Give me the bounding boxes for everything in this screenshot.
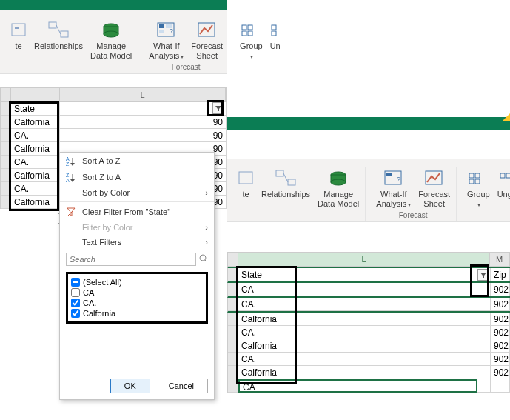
forecast-sheet-button[interactable]: Forecast Sheet (188, 19, 226, 61)
whatif-button[interactable]: ? What-If Analysis▾ (146, 19, 187, 61)
row-header[interactable] (1, 196, 11, 209)
row-header-r[interactable] (228, 298, 238, 311)
cell-state[interactable]: CA. (11, 129, 60, 142)
text-filters-label: Text Filters (82, 238, 121, 247)
ribbon-right: te Relationships Manage Data Model (227, 159, 510, 222)
row-header-r[interactable] (228, 366, 238, 379)
row-header[interactable] (1, 156, 11, 169)
ribbon-left: te Relationships Manage Data Model (0, 10, 227, 74)
ungroup-button-r[interactable]: Ungro (494, 167, 510, 210)
svg-rect-35 (288, 179, 295, 185)
forecast-icon (423, 169, 446, 188)
select-all-label[interactable]: (Select All) (83, 278, 122, 287)
svg-marker-20 (215, 106, 221, 111)
sort-color-item[interactable]: Sort by Color › (60, 185, 214, 200)
cancel-button[interactable]: Cancel (155, 379, 208, 393)
row-header[interactable] (1, 169, 11, 182)
relationships-button[interactable]: Relationships (31, 19, 86, 61)
cell-filter-btn-r[interactable] (477, 268, 491, 281)
col-l-header-r[interactable]: L (238, 253, 490, 266)
row-header[interactable] (1, 102, 11, 116)
cell-state-r[interactable]: CA. (238, 326, 477, 339)
filter-value-checkbox[interactable] (71, 309, 80, 318)
cell-L-header[interactable] (60, 102, 227, 116)
ok-button[interactable]: OK (110, 379, 150, 393)
row-header-r[interactable] (228, 326, 238, 339)
cell-zip[interactable]: 902 (491, 298, 510, 311)
text-filters-item[interactable]: Text Filters › (60, 235, 214, 250)
col-m-header-r[interactable]: M (490, 253, 509, 266)
cell-state-r[interactable]: Calfornia (238, 366, 477, 379)
cell-state[interactable]: Calfornia (11, 196, 60, 209)
filter-value-checkbox[interactable] (71, 288, 80, 297)
cell-state-r[interactable]: Calfornia (238, 313, 477, 326)
filter-value-label[interactable]: CA (83, 288, 94, 297)
cell-zip[interactable]: 9024 (491, 339, 510, 353)
cell-zip-header-r[interactable]: Zip (491, 268, 510, 281)
select-all-checkbox[interactable] (71, 278, 80, 287)
cell-state-header-r[interactable]: State (238, 268, 477, 281)
filter-icon (480, 271, 487, 279)
svg-rect-17 (248, 31, 252, 36)
row-header-r[interactable] (228, 268, 238, 281)
row-header-r[interactable] (228, 313, 238, 326)
relationships-button-r[interactable]: Relationships (258, 167, 313, 210)
filter-color-item: Filter by Color › (60, 220, 214, 235)
ribbon-cut-left-button-r[interactable]: te (235, 167, 257, 210)
cell-state[interactable]: Calfornia (11, 169, 60, 182)
forecast-sheet-button-r[interactable]: Forecast Sheet (415, 167, 453, 210)
cell-state-header[interactable]: State (11, 102, 60, 116)
relationships-icon (47, 21, 70, 40)
ungroup-icon (270, 21, 281, 40)
rowhdr-blank (1, 88, 11, 101)
cell-right-peek[interactable]: 90 (60, 129, 227, 142)
cell-gap (477, 339, 491, 353)
cell-zip[interactable]: 9024 (491, 313, 510, 326)
row-header[interactable] (1, 116, 11, 129)
filter-value-label[interactable]: Calfornia (83, 309, 115, 318)
row-header-r[interactable] (228, 339, 238, 353)
filter-value-label[interactable]: CA. (83, 299, 96, 307)
cell-state[interactable]: CA. (11, 182, 60, 196)
col-k-header[interactable] (11, 88, 60, 101)
manage-data-model-button-r[interactable]: Manage Data Model (315, 167, 362, 210)
sort-asc-item[interactable]: AZ Sort A to Z (60, 153, 214, 169)
filter-dropdown-button-r[interactable] (477, 269, 489, 281)
cell-zip[interactable]: 9024 (491, 326, 510, 339)
manage-data-model-button[interactable]: Manage Data Model (87, 19, 135, 61)
svg-marker-29 (67, 208, 75, 216)
sort-desc-label: Sort Z to A (82, 173, 121, 181)
filter-value-checkbox[interactable] (71, 299, 80, 307)
group-button[interactable]: Group▾ (237, 19, 266, 61)
ribbon-cut-left-button[interactable]: te (7, 19, 30, 61)
row-header[interactable] (1, 142, 11, 156)
cell-state-r[interactable]: CA. (238, 298, 477, 311)
group-button-r[interactable]: Group▾ (464, 167, 493, 210)
row-header[interactable] (1, 182, 11, 196)
cell-state[interactable]: CA. (11, 156, 60, 169)
filter-search-input[interactable] (66, 253, 196, 266)
filter-dropdown-button[interactable] (212, 102, 224, 114)
cell-gap (477, 283, 491, 296)
row-header-r[interactable] (228, 379, 238, 393)
cell-tail[interactable]: CA (238, 379, 477, 393)
clear-filter-item[interactable]: Clear Filter From "State" (60, 204, 214, 220)
cell-zip[interactable]: 9024 (491, 366, 510, 379)
sort-desc-item[interactable]: ZA Sort Z to A (60, 169, 214, 185)
whatif-button-r[interactable]: ? What-If Analysis▾ (373, 167, 414, 210)
cell-state[interactable]: Calfornia (11, 142, 60, 156)
ungroup-button-cut[interactable]: Un (267, 19, 283, 61)
cell-gap (477, 366, 491, 379)
cell-state-r[interactable]: Calfornia (238, 339, 477, 353)
cell-right-peek[interactable]: 90 (60, 116, 227, 129)
cell-zip[interactable]: 902 (491, 283, 510, 296)
row-header-r[interactable] (228, 283, 238, 296)
cell-state-r[interactable]: CA. (238, 353, 477, 366)
col-l-header[interactable]: L (60, 88, 226, 101)
row-header[interactable] (1, 129, 11, 142)
svg-rect-19 (272, 31, 276, 36)
cell-state-r[interactable]: CA (238, 283, 477, 296)
row-header-r[interactable] (228, 353, 238, 366)
cell-zip[interactable]: 9024 (491, 353, 510, 366)
cell-state[interactable]: Calfornia (11, 116, 60, 129)
